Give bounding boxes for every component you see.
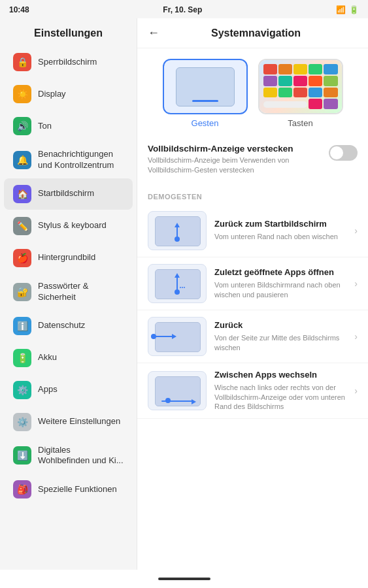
sidebar-item-datenschutz[interactable]: ℹ️ Datenschutz — [4, 310, 133, 342]
apps-icon: ⚙️ — [13, 381, 31, 399]
gesture-arrow-4 — [192, 399, 196, 404]
sidebar-label-startbildschirm: Startbildschirm — [38, 188, 94, 199]
status-date: Fr, 10. Sep — [163, 5, 202, 14]
sidebar-label-ton: Ton — [38, 121, 52, 132]
sidebar-label-digital: Digitales Wohlbefinden und Ki... — [38, 445, 124, 467]
demo-thumb-1 — [148, 211, 207, 250]
toggle-desc: Vollbildschirm-Anzeige beim Verwenden vo… — [148, 155, 322, 176]
sidebar-item-display[interactable]: ☀️ Display — [4, 78, 133, 110]
sidebar-item-weitere[interactable]: ⚙️ Weitere Einstellungen — [4, 406, 133, 438]
chevron-icon-2: › — [354, 278, 358, 289]
gesture-arrow-3 — [172, 334, 176, 339]
sidebar-item-digital[interactable]: ⬇️ Digitales Wohlbefinden und Ki... — [4, 438, 133, 474]
tasten-label: Tasten — [288, 118, 312, 128]
battery-icon: 🔋 — [349, 5, 359, 14]
bottom-bar — [0, 570, 368, 588]
wallpaper-icon: 🍎 — [13, 249, 31, 267]
sidebar-item-benachrichtigungen[interactable]: 🔔 Benachrichtigungen und Kontrollzentrum — [4, 142, 133, 178]
password-icon: 🔐 — [13, 283, 31, 301]
demo-desc-3: Von der Seite zur Mitte des Bildschirms … — [214, 333, 346, 353]
gesten-screen — [176, 67, 235, 106]
right-panel: ← Systemnavigation Gesten — [137, 18, 368, 570]
lock-icon: 🔒 — [13, 53, 31, 71]
demo-title-4: Zwischen Apps wechseln — [214, 370, 346, 381]
nav-style-selector: Gesten Tasten — [137, 48, 368, 136]
display-icon: ☀️ — [13, 85, 31, 103]
demo-desc-4: Wische nach links oder rechts von der Vo… — [214, 383, 346, 412]
notif-icon: 🔔 — [13, 151, 31, 169]
status-bar: 10:48 Fr, 10. Sep 📶 🔋 — [0, 0, 368, 18]
sidebar-item-hintergrundbild[interactable]: 🍎 Hintergrundbild — [4, 242, 133, 274]
home-indicator — [158, 578, 210, 580]
gesten-label: Gesten — [192, 118, 219, 128]
sidebar-label-stylus: Stylus & keyboard — [38, 220, 107, 231]
pause-dots — [180, 287, 185, 288]
demo-thumb-4 — [148, 371, 207, 410]
chevron-icon-4: › — [354, 385, 358, 396]
gesture-line-4 — [161, 400, 194, 402]
status-icons: 📶 🔋 — [336, 5, 359, 14]
gesture-arrow-2 — [175, 273, 180, 278]
home-icon: 🏠 — [13, 185, 31, 203]
wifi-icon: 📶 — [336, 5, 346, 14]
battery-sidebar-icon: 🔋 — [13, 349, 31, 367]
status-time: 10:48 — [9, 5, 29, 14]
toggle-title: Vollbildschirm-Anzeige verstecken — [148, 144, 322, 154]
sidebar-item-passwoerter[interactable]: 🔐 Passwörter & Sicherheit — [4, 274, 133, 310]
panel-header: ← Systemnavigation — [137, 18, 368, 48]
special-icon: 🎒 — [13, 480, 31, 498]
demo-item-zurueck-start[interactable]: Zurück zum Startbildschirm Vom unteren R… — [137, 204, 368, 257]
demo-text-3: Zurück Von der Seite zur Mitte des Bilds… — [214, 320, 346, 353]
toggle-section: Vollbildschirm-Anzeige verstecken Vollbi… — [137, 136, 368, 184]
sidebar: Einstellungen 🔒 Sperrbildschirm ☀️ Displ… — [0, 18, 137, 570]
toggle-text: Vollbildschirm-Anzeige verstecken Vollbi… — [148, 144, 322, 176]
chevron-icon-1: › — [354, 225, 358, 236]
nav-option-tasten[interactable]: Tasten — [258, 59, 343, 128]
stylus-icon: ✏️ — [13, 217, 31, 235]
tasten-preview — [258, 59, 343, 114]
nav-option-gesten[interactable]: Gesten — [163, 59, 248, 128]
demo-item-zuletzt-apps[interactable]: Zuletzt geöffnete Apps öffnen Vom untere… — [137, 257, 368, 310]
gesten-preview — [163, 59, 248, 114]
sound-icon: 🔊 — [13, 117, 31, 135]
gesture-line-2 — [176, 276, 178, 291]
demo-screen-3 — [155, 322, 201, 352]
section-label: DEMOGESTEN — [137, 186, 368, 204]
sidebar-item-akku[interactable]: 🔋 Akku — [4, 342, 133, 374]
demo-desc-1: Vom unteren Rand nach oben wischen — [214, 232, 346, 242]
demo-text-2: Zuletzt geöffnete Apps öffnen Vom untere… — [214, 267, 346, 300]
demo-text-4: Zwischen Apps wechseln Wische nach links… — [214, 370, 346, 412]
sidebar-label-datenschutz: Datenschutz — [38, 320, 85, 331]
back-button[interactable]: ← — [148, 26, 159, 40]
sidebar-item-sperrbildschirm[interactable]: 🔒 Sperrbildschirm — [4, 46, 133, 78]
privacy-icon: ℹ️ — [13, 317, 31, 335]
demo-text-1: Zurück zum Startbildschirm Vom unteren R… — [214, 219, 346, 242]
digital-icon: ⬇️ — [13, 446, 31, 465]
sidebar-item-ton[interactable]: 🔊 Ton — [4, 110, 133, 142]
demo-thumb-2 — [148, 264, 207, 303]
sidebar-label-weitere: Weitere Einstellungen — [38, 416, 120, 427]
demo-screen-1 — [155, 216, 201, 246]
sidebar-label-akku: Akku — [38, 352, 57, 363]
gesten-bar — [192, 100, 218, 102]
sidebar-label-hintergrundbild: Hintergrundbild — [38, 252, 95, 263]
sidebar-label-display: Display — [38, 89, 66, 100]
demo-title-1: Zurück zum Startbildschirm — [214, 219, 346, 230]
sidebar-item-special[interactable]: 🎒 Spezielle Funktionen — [4, 474, 133, 505]
toggle-row: Vollbildschirm-Anzeige verstecken Vollbi… — [148, 144, 358, 176]
tasten-grid — [259, 60, 342, 113]
gesten-mock — [164, 60, 246, 113]
demo-item-zwischen-apps[interactable]: Zwischen Apps wechseln Wische nach links… — [137, 363, 368, 419]
demo-item-zurueck[interactable]: Zurück Von der Seite zur Mitte des Bilds… — [137, 310, 368, 363]
sidebar-label-apps: Apps — [38, 384, 58, 395]
chevron-icon-3: › — [354, 331, 358, 342]
more-icon: ⚙️ — [13, 413, 31, 431]
sidebar-item-startbildschirm[interactable]: 🏠 Startbildschirm — [4, 178, 133, 210]
sidebar-label-passwoerter: Passwörter & Sicherheit — [38, 281, 124, 303]
sidebar-item-stylus[interactable]: ✏️ Stylus & keyboard — [4, 210, 133, 242]
sidebar-item-apps[interactable]: ⚙️ Apps — [4, 374, 133, 406]
panel-title: Systemnavigation — [167, 27, 358, 39]
toggle-switch[interactable] — [329, 145, 358, 161]
sidebar-label-special: Spezielle Funktionen — [38, 484, 117, 495]
demo-title-2: Zuletzt geöffnete Apps öffnen — [214, 267, 346, 278]
